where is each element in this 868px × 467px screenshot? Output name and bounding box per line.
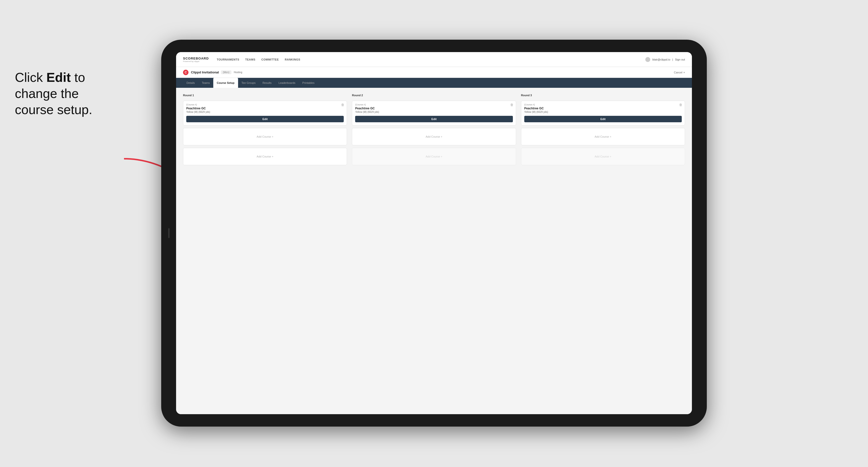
tab-printables[interactable]: Printables [299,78,318,88]
round-2-add-course-1-label: Add Course + [426,135,442,138]
tab-results[interactable]: Results [259,78,275,88]
round-3-add-course-2-label: Add Course + [595,155,612,158]
round-2-add-icon-2: + [441,155,442,158]
round-1-delete-button[interactable]: 🗑 [341,103,344,107]
round-3-add-icon-1: + [610,135,611,138]
sub-header: C Clippd Invitational (Men) Hosting Canc… [176,67,692,78]
round-1-add-course-2[interactable]: Add Course + [183,148,347,165]
tablet-screen: SCOREBOARD Powered by clippd TOURNAMENTS… [176,52,692,414]
round-2-add-course-2-label: Add Course + [426,155,442,158]
nav-links: TOURNAMENTS TEAMS COMMITTEE RANKINGS [217,57,646,62]
round-3-course-label: (Course A) [524,103,682,106]
round-2-edit-button[interactable]: Edit [355,116,513,122]
round-3-delete-button[interactable]: 🗑 [679,103,682,107]
rounds-container: Round 1 🗑 (Course A) Peachtree GC Yellow… [183,94,685,165]
round-2-delete-button[interactable]: 🗑 [510,103,514,107]
round-3-add-icon-2: + [610,155,611,158]
round-2-add-course-1[interactable]: Add Course + [352,128,516,145]
cancel-button[interactable]: Cancel × [674,71,685,74]
nav-tournaments[interactable]: TOURNAMENTS [217,57,239,62]
round-3-edit-button[interactable]: Edit [524,116,682,122]
round-3-column: Round 3 🗑 (Course A) Peachtree GC Yellow… [521,94,685,165]
tab-leaderboards[interactable]: Leaderboards [275,78,299,88]
round-1-add-icon-2: + [272,155,273,158]
tournament-gender-badge: (Men) [221,70,231,74]
round-2-course-name: Peachtree GC [355,107,513,110]
user-avatar [645,57,650,62]
round-2-course-label: (Course A) [355,103,513,106]
user-area: blair@clippd.io | Sign out [645,57,685,62]
round-2-column: Round 2 🗑 (Course A) Peachtree GC Yellow… [352,94,516,165]
round-3-add-course-1-label: Add Course + [595,135,612,138]
tab-details[interactable]: Details [183,78,198,88]
round-1-course-card: 🗑 (Course A) Peachtree GC Yellow (M) (66… [183,101,347,125]
round-3-course-name: Peachtree GC [524,107,682,110]
nav-committee[interactable]: COMMITTEE [261,57,279,62]
tablet: SCOREBOARD Powered by clippd TOURNAMENTS… [161,40,707,427]
round-1-add-course-1[interactable]: Add Course + [183,128,347,145]
nav-teams[interactable]: TEAMS [245,57,255,62]
round-1-column: Round 1 🗑 (Course A) Peachtree GC Yellow… [183,94,347,165]
instruction-text: Click Edit tochange thecourse setup. [15,69,119,118]
cancel-label: Cancel [674,71,682,74]
main-content: Round 1 🗑 (Course A) Peachtree GC Yellow… [176,88,692,414]
round-3-title: Round 3 [521,94,685,97]
round-1-course-details: Yellow (M) (6629 yds) [186,111,344,113]
round-1-edit-button[interactable]: Edit [186,116,344,122]
round-1-course-label: (Course A) [186,103,344,106]
round-2-add-icon-1: + [441,135,442,138]
round-2-add-course-2: Add Course + [352,148,516,165]
tabs-bar: Details Teams Course Setup Tee Groups Re… [176,78,692,88]
tab-tee-groups[interactable]: Tee Groups [238,78,259,88]
instruction-bold: Edit [46,70,71,85]
round-3-course-card: 🗑 (Course A) Peachtree GC Yellow (M) (66… [521,101,685,125]
sign-out-link[interactable]: Sign out [675,58,685,61]
instruction-area: Click Edit tochange thecourse setup. [15,69,119,118]
round-1-add-course-1-label: Add Course + [257,135,274,138]
user-email: blair@clippd.io [652,58,670,61]
top-nav: SCOREBOARD Powered by clippd TOURNAMENTS… [176,52,692,67]
tab-course-setup[interactable]: Course Setup [213,78,238,88]
round-1-title: Round 1 [183,94,347,97]
round-1-add-course-2-label: Add Course + [257,155,274,158]
round-3-add-course-1[interactable]: Add Course + [521,128,685,145]
round-2-title: Round 2 [352,94,516,97]
logo-powered: Powered by clippd [183,60,209,62]
logo-area: SCOREBOARD Powered by clippd [183,57,209,62]
tournament-logo: C [183,70,188,75]
round-3-course-details: Yellow (M) (6629 yds) [524,111,682,113]
round-1-add-icon-1: + [272,135,273,138]
logo-scoreboard: SCOREBOARD [183,57,209,60]
round-2-course-details: Yellow (M) (6629 yds) [355,111,513,113]
nav-separator: | [672,58,673,61]
tournament-name: Clippd Invitational [191,70,219,74]
hosting-badge: Hosting [234,71,242,74]
nav-rankings[interactable]: RANKINGS [285,57,300,62]
tablet-side-button [168,228,169,238]
round-1-course-name: Peachtree GC [186,107,344,110]
round-2-course-card: 🗑 (Course A) Peachtree GC Yellow (M) (66… [352,101,516,125]
tab-teams[interactable]: Teams [198,78,213,88]
cancel-icon: × [683,71,685,74]
round-3-add-course-2: Add Course + [521,148,685,165]
